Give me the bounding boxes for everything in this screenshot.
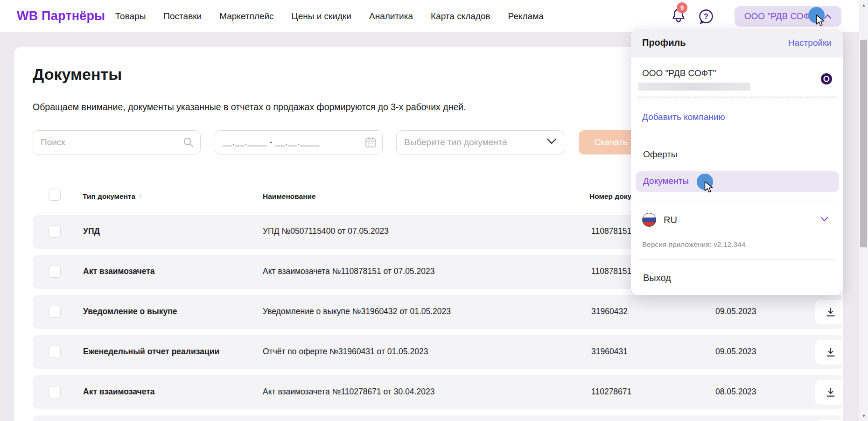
russia-flag-icon	[642, 213, 656, 227]
app-screen: Документы Обращаем внимание, документы у…	[0, 0, 868, 421]
nav-menu-item[interactable]: Реклама	[508, 11, 544, 21]
table-row[interactable]	[33, 415, 843, 421]
row-checkbox[interactable]	[49, 346, 61, 358]
menu-item-documents-label: Документы	[643, 176, 689, 186]
main-menu: Товары Поставки Маркетплейс Цены и скидк…	[115, 0, 544, 33]
menu-item-logout[interactable]: Выход	[643, 273, 671, 283]
nav-menu-item[interactable]: Карта складов	[431, 11, 490, 21]
scroll-up-arrow-icon[interactable]: ▲	[859, 3, 868, 7]
cell-document-name: УПД №0507115400 от 07.05.2023	[263, 226, 389, 236]
svg-text:?: ?	[704, 13, 708, 21]
cell-document-name: Уведомление о выкупе №31960432 от 01.05.…	[263, 307, 451, 316]
redacted-company-details	[638, 83, 750, 91]
column-header-name[interactable]: Наименование	[263, 192, 316, 201]
help-icon: ?	[697, 8, 715, 26]
table-row[interactable]: Еженедельный отчет реализации Отчёт по о…	[33, 335, 843, 369]
profile-dropdown-header: Профиль Настройки	[631, 29, 843, 57]
chevron-up-icon	[824, 14, 832, 19]
download-icon	[825, 346, 837, 358]
document-type-placeholder: Выберите тип документа	[404, 137, 507, 147]
cell-document-name: Отчёт по оферте №31960431 от 01.05.2023	[263, 347, 428, 357]
row-download-button[interactable]	[815, 340, 843, 365]
cell-document-name: Акт взаимозачета №110878151 от 07.05.202…	[263, 267, 434, 276]
document-type-select[interactable]: Выберите тип документа	[396, 130, 564, 154]
row-download-button[interactable]	[815, 300, 843, 324]
company-selector-button[interactable]: ООО "РДВ СОФТ"	[735, 6, 841, 27]
vertical-scrollbar[interactable]: ▲ ▼	[859, 0, 868, 421]
row-checkbox[interactable]	[49, 225, 61, 238]
app-logo[interactable]: WB Партнёры	[17, 9, 105, 23]
settings-link[interactable]: Настройки	[788, 38, 832, 48]
search-field-wrap	[33, 130, 201, 154]
nav-menu-item[interactable]: Цены и скидки	[292, 11, 351, 21]
profile-dropdown: Профиль Настройки ООО "РДВ СОФТ" Добавит…	[631, 29, 843, 295]
cell-document-date: 09.05.2023	[715, 347, 756, 357]
row-checkbox[interactable]	[49, 306, 61, 318]
notifications-button[interactable]: 9	[669, 7, 688, 28]
dotted-divider	[637, 97, 836, 98]
row-checkbox[interactable]	[49, 266, 61, 278]
top-navigation: WB Партнёры Товары Поставки Маркетплейс …	[0, 0, 868, 33]
download-icon	[825, 386, 837, 399]
help-button[interactable]: ?	[697, 8, 715, 26]
profile-title: Профиль	[642, 37, 686, 48]
nav-menu-item[interactable]: Маркетплейс	[219, 11, 273, 21]
column-header-type[interactable]: Тип документа↑	[83, 192, 142, 201]
app-version-text: Версия приложения: v2.12.344	[642, 240, 745, 249]
divider	[637, 137, 836, 137]
cell-document-date: 08.05.2023	[715, 387, 756, 397]
cell-document-type: Уведомление о выкупе	[83, 307, 177, 316]
nav-menu-item[interactable]: Товары	[115, 11, 146, 21]
cell-document-number: 31960431	[591, 347, 628, 357]
menu-item-offers[interactable]: Оферты	[643, 149, 678, 160]
chevron-down-icon	[820, 217, 828, 222]
add-company-link[interactable]: Добавить компанию	[642, 112, 725, 122]
date-range-field-wrap	[215, 130, 383, 154]
page-title: Документы	[33, 65, 122, 84]
nav-menu-item[interactable]: Поставки	[163, 11, 202, 21]
profile-company-name: ООО "РДВ СОФТ"	[642, 68, 716, 78]
row-download-button[interactable]	[815, 380, 843, 405]
cell-document-number: 110278671	[591, 387, 631, 397]
company-selector-label: ООО "РДВ СОФТ"	[744, 11, 818, 21]
sort-ascending-icon: ↑	[138, 192, 142, 200]
date-range-input[interactable]	[215, 130, 383, 154]
table-row[interactable]: Акт взаимозачета Акт взаимозачета №11027…	[33, 375, 843, 409]
download-icon	[825, 306, 837, 318]
divider	[637, 260, 836, 260]
select-all-checkbox[interactable]	[49, 189, 61, 201]
notification-count-badge: 9	[677, 2, 687, 13]
nav-menu-item[interactable]: Аналитика	[369, 11, 413, 21]
search-input[interactable]	[33, 130, 201, 154]
divider	[637, 202, 836, 202]
notice-text: Обращаем внимание, документы указанные в…	[33, 102, 466, 112]
cell-document-type: Акт взаимозачета	[83, 387, 154, 397]
scrollbar-thumb[interactable]	[860, 40, 867, 247]
cell-document-name: Акт взаимозачета №110278671 от 30.04.202…	[263, 387, 434, 397]
menu-item-documents[interactable]: Документы	[636, 171, 839, 192]
language-selector[interactable]: RU	[642, 213, 677, 227]
cell-document-type: Акт взаимозачета	[83, 267, 154, 276]
cell-document-type: УПД	[83, 226, 100, 236]
scroll-down-arrow-icon[interactable]: ▼	[859, 414, 868, 418]
table-row[interactable]: Уведомление о выкупе Уведомление о выкуп…	[33, 295, 843, 329]
radio-selected-icon[interactable]	[820, 73, 833, 85]
cell-document-number: 110878151	[591, 267, 631, 276]
cell-document-date: 09.05.2023	[715, 307, 756, 316]
cell-document-number: 31960432	[591, 307, 628, 316]
chevron-down-icon	[546, 138, 557, 145]
language-label: RU	[664, 215, 677, 225]
row-checkbox[interactable]	[49, 386, 61, 398]
cell-document-number: 110878151	[591, 226, 631, 236]
cell-document-type: Еженедельный отчет реализации	[83, 347, 219, 357]
